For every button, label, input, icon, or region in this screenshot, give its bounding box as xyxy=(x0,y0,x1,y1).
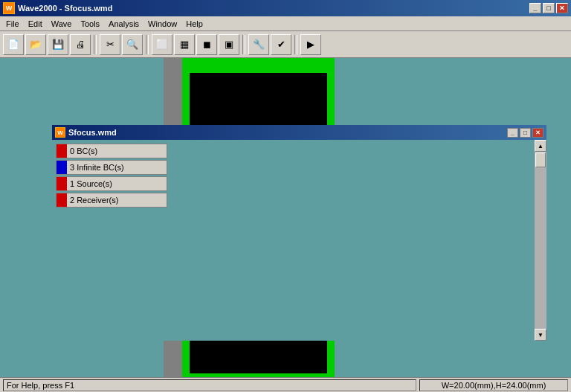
status-help-text: For Help, press F1 xyxy=(3,379,416,391)
menu-item-edit[interactable]: Edit xyxy=(24,18,47,30)
child-maximize-button[interactable]: □ xyxy=(520,128,531,138)
print-btn[interactable]: 🖨 xyxy=(70,34,91,55)
menu-item-tools[interactable]: Tools xyxy=(76,18,104,30)
tool2-btn[interactable]: ▦ xyxy=(174,34,195,55)
child-app-icon: W xyxy=(55,127,65,138)
menu-item-analysis[interactable]: Analysis xyxy=(104,18,143,30)
legend-color-2 xyxy=(57,177,67,190)
legend-color-3 xyxy=(57,193,67,207)
legend-color-0 xyxy=(57,144,67,158)
legend-item-2: 1 Source(s) xyxy=(56,176,167,191)
legend-item-1: 3 Infinite BC(s) xyxy=(56,160,167,175)
tool1-btn[interactable]: ⬜ xyxy=(152,34,172,55)
toolbar-separator-5 xyxy=(146,35,149,54)
save-btn[interactable]: 💾 xyxy=(48,34,68,55)
minimize-button[interactable]: _ xyxy=(529,3,541,13)
legend-label-1: 3 Infinite BC(s) xyxy=(67,162,127,173)
legend-label-3: 2 Receiver(s) xyxy=(67,195,121,205)
toolbar: 📄📂💾🖨✂🔍⬜▦◼▣🔧✔▶ xyxy=(0,31,571,58)
child-scrollbar[interactable]: ▲ ▼ xyxy=(535,140,546,341)
run-btn[interactable]: ▶ xyxy=(300,34,321,55)
app-title: Wave2000 - Sfocus.wmd xyxy=(18,4,112,13)
toolbar-separator-9 xyxy=(242,35,245,54)
tool5-btn[interactable]: 🔧 xyxy=(248,34,269,55)
child-title-controls: _ □ ✕ xyxy=(507,128,543,138)
child-content: 0 BC(s)3 Infinite BC(s)1 Source(s)2 Rece… xyxy=(52,140,546,341)
menu-item-wave[interactable]: Wave xyxy=(47,18,77,30)
menu-bar: FileEditWaveToolsAnalysisWindowHelp xyxy=(0,16,571,31)
find-btn[interactable]: 🔍 xyxy=(122,34,143,55)
maximize-button[interactable]: □ xyxy=(543,3,555,13)
toolbar-separator-11 xyxy=(294,35,297,54)
legend-label-0: 0 BC(s) xyxy=(67,146,100,156)
tool4-btn[interactable]: ▣ xyxy=(219,34,239,55)
legend-item-0: 0 BC(s) xyxy=(56,144,167,158)
scroll-track xyxy=(535,152,546,329)
child-minimize-button[interactable]: _ xyxy=(507,128,518,138)
title-bar: W Wave2000 - Sfocus.wmd _ □ ✕ xyxy=(0,0,571,16)
check-btn[interactable]: ✔ xyxy=(271,34,291,55)
new-btn[interactable]: 📄 xyxy=(3,34,24,55)
menu-item-file[interactable]: File xyxy=(1,18,24,30)
status-bar: For Help, press F1 W=20.00(mm),H=24.00(m… xyxy=(0,377,571,392)
menu-item-help[interactable]: Help xyxy=(181,18,207,30)
child-window: W Sfocus.wmd _ □ ✕ 0 BC(s)3 Infinite BC(… xyxy=(52,125,546,341)
child-title-bar: W Sfocus.wmd _ □ ✕ xyxy=(52,125,546,140)
close-button[interactable]: ✕ xyxy=(556,3,568,13)
app-icon: W xyxy=(3,2,15,14)
legend-label-2: 1 Source(s) xyxy=(67,179,115,189)
menu-item-window[interactable]: Window xyxy=(143,18,181,30)
legend-panel: 0 BC(s)3 Infinite BC(s)1 Source(s)2 Rece… xyxy=(56,144,167,209)
legend-item-3: 2 Receiver(s) xyxy=(56,193,167,208)
toolbar-separator-3 xyxy=(94,35,97,54)
child-window-title: Sfocus.wmd xyxy=(68,128,117,137)
scroll-thumb[interactable] xyxy=(535,152,546,167)
scroll-down-arrow[interactable]: ▼ xyxy=(535,329,546,341)
open-btn[interactable]: 📂 xyxy=(25,34,46,55)
legend-color-1 xyxy=(57,161,67,174)
child-close-button[interactable]: ✕ xyxy=(532,128,543,138)
scroll-up-arrow[interactable]: ▲ xyxy=(535,140,546,152)
cut-btn[interactable]: ✂ xyxy=(100,34,120,55)
status-dimensions: W=20.00(mm),H=24.00(mm) xyxy=(419,379,568,391)
tool3-btn[interactable]: ◼ xyxy=(196,34,217,55)
title-controls: _ □ ✕ xyxy=(529,3,568,13)
workspace: W Sfocus.wmd _ □ ✕ 0 BC(s)3 Infinite BC(… xyxy=(0,58,571,377)
